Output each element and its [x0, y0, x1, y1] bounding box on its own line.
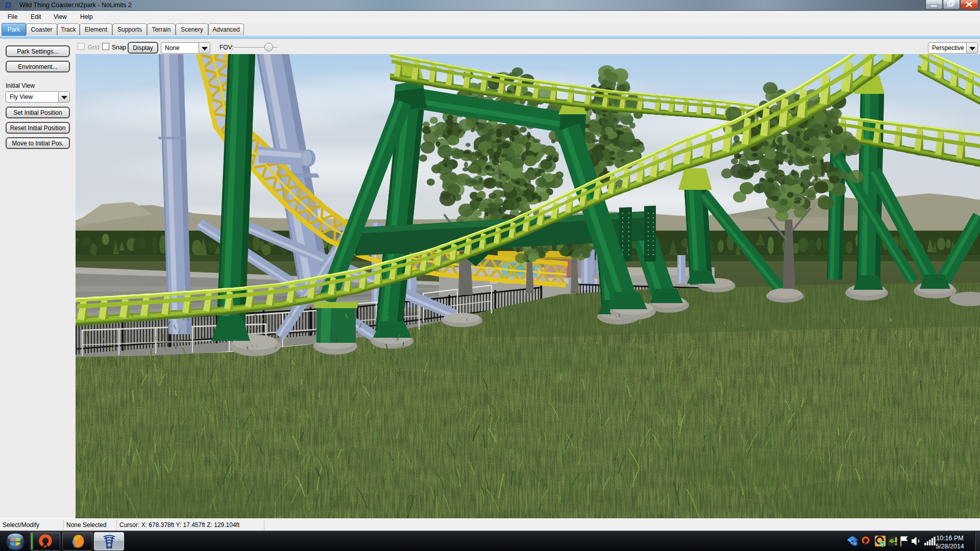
svg-text:5/28/2014: 5/28/2014: [936, 543, 964, 550]
svg-text:n: n: [854, 542, 856, 545]
svg-text:10:16 PM: 10:16 PM: [936, 535, 964, 542]
